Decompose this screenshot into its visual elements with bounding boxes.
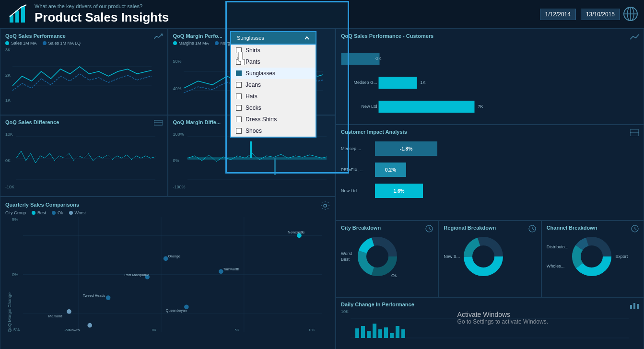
impact-title: Customer Impact Analysis [341, 129, 407, 135]
svg-text:Tamworth: Tamworth [223, 267, 239, 271]
svg-rect-2 [21, 6, 25, 23]
qoq-sales-performance-panel: QoQ Sales Performance Sales 1M MA Sales … [0, 29, 168, 115]
diff-chart-icon [154, 119, 163, 126]
checkbox-shoes[interactable] [236, 128, 242, 134]
channel-donut-chart [570, 235, 613, 278]
dropdown-label-socks: Socks [246, 105, 261, 111]
dropdown-item-1[interactable]: Pants [231, 56, 316, 68]
date-to[interactable]: 13/10/2015 [581, 9, 620, 20]
svg-rect-90 [384, 327, 388, 338]
scatter-chart: Newcastle Orange Port Macquarie Tamworth… [22, 217, 324, 332]
daily-change-title: Daily Change In Performance [341, 302, 414, 307]
dropdown-item-5[interactable]: Socks [231, 102, 316, 114]
dropdown-label-hats: Hats [246, 93, 258, 100]
svg-rect-87 [367, 331, 371, 338]
svg-text:-2K: -2K [375, 56, 382, 61]
svg-rect-88 [373, 324, 376, 338]
svg-rect-50 [341, 53, 380, 65]
customers-panel: QoQ Sales Performance - Customers PEDiFI… [336, 29, 644, 125]
city-donut-chart [356, 235, 399, 278]
qoq-sales-legend: Sales 1M MA Sales 1M MA LQ [5, 41, 163, 46]
svg-rect-53 [379, 77, 417, 89]
svg-rect-89 [378, 329, 382, 338]
svg-text:1K: 1K [421, 80, 426, 85]
svg-text:-5K: -5K [64, 328, 70, 332]
dropdown-header[interactable]: Sunglasses [230, 31, 316, 45]
regional-breakdown-title: Regional Breakdown [444, 225, 496, 231]
svg-rect-20 [250, 141, 252, 158]
dropdown-item-7[interactable]: Shoes [231, 125, 316, 137]
dropdown-label-sunglasses: Sunglasses [246, 70, 275, 77]
svg-rect-91 [390, 333, 394, 338]
checkbox-sunglasses[interactable] [236, 70, 242, 76]
svg-rect-19 [187, 157, 327, 160]
date-range: 1/12/2014 13/10/2015 [540, 9, 620, 20]
svg-rect-56 [379, 101, 475, 113]
svg-rect-1 [15, 11, 19, 23]
regional-breakdown-panel: Regional Breakdown New S... [438, 221, 541, 297]
svg-point-31 [164, 256, 168, 261]
impact-row-0: Medsep ... -1.8% [341, 141, 639, 156]
dropdown-label-shoes: Shoes [246, 128, 262, 134]
svg-text:Queanbeyan: Queanbeyan [166, 308, 187, 313]
impact-row-2: New Ltd 1.6% [341, 184, 639, 198]
header: What are the key drivers of our product … [0, 0, 644, 29]
svg-line-69 [532, 229, 534, 230]
city-breakdown-title: City Breakdown [341, 225, 381, 231]
checkbox-pants[interactable] [236, 59, 242, 65]
svg-rect-92 [396, 326, 399, 338]
svg-point-22 [324, 204, 327, 207]
svg-text:0K: 0K [152, 328, 157, 332]
globe-icon[interactable] [622, 6, 639, 23]
quarterly-sales-title: Quarterly Sales Comparisons [5, 202, 79, 208]
trend-icon [154, 33, 163, 40]
dropdown-label-pants: Pants [246, 58, 260, 65]
dropdown-item-6[interactable]: Dress Shirts [231, 114, 316, 125]
impact-row-1: PEDiFIX, ... 0.2% [341, 163, 639, 177]
dropdown-list: Shirts Pants Sunglasses Jeans Hats Socks… [230, 45, 316, 138]
svg-text:Maitland: Maitland [48, 314, 62, 318]
chevron-up-icon [304, 35, 310, 41]
svg-line-75 [635, 229, 636, 230]
checkbox-hats[interactable] [236, 93, 242, 99]
checkbox-shirts[interactable] [236, 47, 242, 53]
city-breakdown-panel: City Breakdown Worst Best [336, 221, 438, 297]
checkbox-dress-shirts[interactable] [236, 116, 242, 122]
qoq-sales-chart [12, 47, 152, 103]
dropdown-item-4[interactable]: Hats [231, 91, 316, 102]
svg-text:5K: 5K [235, 328, 240, 332]
clock-icon-2 [528, 225, 536, 233]
svg-point-37 [106, 295, 111, 300]
scatter-legend: City Group Best Ok Worst [5, 210, 330, 215]
settings-icon[interactable] [320, 201, 330, 210]
svg-text:Medsep G...: Medsep G... [353, 80, 377, 85]
qoq-sales-perf-title: QoQ Sales Performance [5, 33, 163, 39]
activate-windows-notice: Activate Windows Go to Settings to activ… [457, 311, 548, 325]
dropdown-item-2[interactable]: Sunglasses [231, 68, 316, 79]
product-dropdown[interactable]: Sunglasses Shirts Pants Sunglasses Jeans… [230, 31, 316, 138]
svg-point-43 [87, 323, 92, 328]
customers-chart: PEDiFIX, C... -2K Medsep G... 1K New Ltd… [341, 41, 639, 117]
date-from[interactable]: 1/12/2014 [540, 9, 576, 20]
svg-text:Orange: Orange [168, 254, 180, 258]
dropdown-item-0[interactable]: Shirts [231, 45, 316, 56]
svg-rect-93 [401, 329, 405, 338]
dropdown-label-jeans: Jeans [246, 81, 261, 88]
qoq-sales-diff-panel: QoQ Sales Difference 10K 0K -10K [0, 115, 168, 197]
svg-text:Port Macquarie: Port Macquarie [124, 273, 149, 277]
dropdown-item-3[interactable]: Jeans [231, 79, 316, 91]
svg-rect-21 [274, 158, 276, 175]
bar-chart-icon [630, 302, 639, 309]
svg-rect-81 [633, 303, 635, 309]
svg-text:7K: 7K [478, 104, 483, 109]
clock-icon-3 [631, 225, 639, 233]
checkbox-jeans[interactable] [236, 82, 242, 88]
svg-rect-80 [630, 305, 632, 309]
svg-point-35 [219, 269, 223, 274]
svg-text:10K: 10K [308, 328, 316, 332]
svg-point-41 [67, 309, 71, 314]
checkbox-socks[interactable] [236, 105, 242, 111]
channel-breakdown-panel: Channel Breakdown Distributo... Wholes..… [541, 221, 644, 297]
svg-rect-82 [637, 304, 639, 309]
dropdown-label-dress-shirts: Dress Shirts [246, 116, 277, 123]
